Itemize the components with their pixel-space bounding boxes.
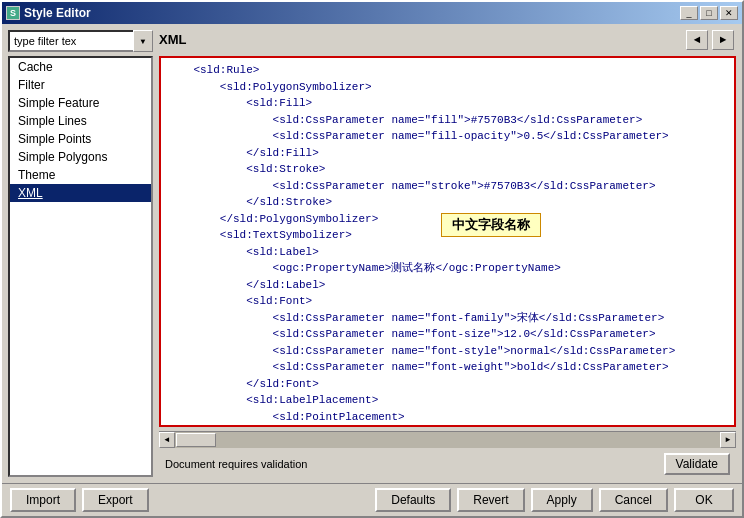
validate-button[interactable]: Validate xyxy=(664,453,730,475)
sidebar-item-xml[interactable]: XML xyxy=(10,184,151,202)
filter-dropdown-button[interactable]: ▼ xyxy=(133,30,153,52)
style-editor-window: S Style Editor _ □ ✕ ▼ Cache Filter Simp… xyxy=(0,0,744,518)
sidebar-item-simple-polygons[interactable]: Simple Polygons xyxy=(10,148,151,166)
right-panel: XML ◄ ► <sld:Rule> <sld:PolygonSymbolize… xyxy=(159,30,736,477)
status-text: Document requires validation xyxy=(165,458,307,470)
sidebar-item-cache[interactable]: Cache xyxy=(10,58,151,76)
title-bar-left: S Style Editor xyxy=(6,6,91,20)
window-controls: _ □ ✕ xyxy=(680,6,738,20)
left-panel: ▼ Cache Filter Simple Feature Simple Lin… xyxy=(8,30,153,477)
xml-annotation: 中文字段名称 xyxy=(441,213,541,237)
maximize-button[interactable]: □ xyxy=(700,6,718,20)
nav-forward-button[interactable]: ► xyxy=(712,30,734,50)
xml-editor-container: <sld:Rule> <sld:PolygonSymbolizer> <sld:… xyxy=(159,56,736,427)
import-button[interactable]: Import xyxy=(10,488,76,512)
scroll-left-button[interactable]: ◄ xyxy=(159,432,175,448)
title-bar: S Style Editor _ □ ✕ xyxy=(2,2,742,24)
bottom-bar: Import Export Defaults Revert Apply Canc… xyxy=(2,483,742,516)
status-bar: Document requires validation Validate xyxy=(159,451,736,477)
sidebar-item-theme[interactable]: Theme xyxy=(10,166,151,184)
scroll-right-button[interactable]: ► xyxy=(720,432,736,448)
nav-back-button[interactable]: ◄ xyxy=(686,30,708,50)
minimize-button[interactable]: _ xyxy=(680,6,698,20)
window-title: Style Editor xyxy=(24,6,91,20)
panel-title: XML xyxy=(159,32,186,49)
apply-button[interactable]: Apply xyxy=(531,488,593,512)
sidebar-item-simple-lines[interactable]: Simple Lines xyxy=(10,112,151,130)
defaults-button[interactable]: Defaults xyxy=(375,488,451,512)
sidebar-item-simple-feature[interactable]: Simple Feature xyxy=(10,94,151,112)
nav-list: Cache Filter Simple Feature Simple Lines… xyxy=(8,56,153,477)
revert-button[interactable]: Revert xyxy=(457,488,524,512)
hscroll-thumb[interactable] xyxy=(176,433,216,447)
bottom-left-buttons: Import Export xyxy=(10,488,149,512)
main-content: ▼ Cache Filter Simple Feature Simple Lin… xyxy=(2,24,742,483)
sidebar-item-filter[interactable]: Filter xyxy=(10,76,151,94)
cancel-button[interactable]: Cancel xyxy=(599,488,668,512)
horizontal-scrollbar[interactable]: ◄ ► xyxy=(159,431,736,447)
app-icon: S xyxy=(6,6,20,20)
panel-header: XML ◄ ► xyxy=(159,30,736,50)
nav-arrows: ◄ ► xyxy=(686,30,736,50)
filter-container: ▼ xyxy=(8,30,153,52)
filter-input[interactable] xyxy=(8,30,153,52)
export-button[interactable]: Export xyxy=(82,488,149,512)
close-button[interactable]: ✕ xyxy=(720,6,738,20)
hscroll-track[interactable] xyxy=(175,432,720,448)
xml-editor[interactable]: <sld:Rule> <sld:PolygonSymbolizer> <sld:… xyxy=(161,58,734,425)
bottom-right-buttons: Defaults Revert Apply Cancel OK xyxy=(375,488,734,512)
ok-button[interactable]: OK xyxy=(674,488,734,512)
sidebar-item-simple-points[interactable]: Simple Points xyxy=(10,130,151,148)
